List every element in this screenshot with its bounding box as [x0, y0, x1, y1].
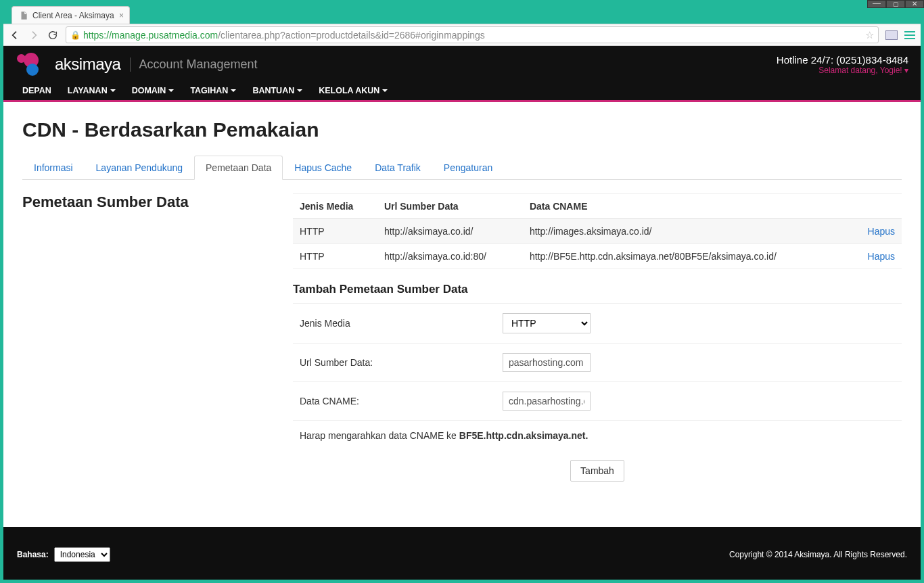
section-heading: Pemetaan Sumber Data [22, 193, 279, 211]
extension-icon[interactable] [885, 30, 898, 40]
field-media-label: Jenis Media [293, 304, 496, 344]
forward-button[interactable] [28, 29, 40, 41]
reload-button[interactable] [47, 29, 59, 41]
tab-layanan-pendukung[interactable]: Layanan Pendukung [85, 156, 194, 180]
caret-down-icon [382, 89, 388, 92]
site-header: aksimaya Account Management Hotline 24/7… [3, 46, 921, 81]
tab-informasi[interactable]: Informasi [22, 156, 85, 180]
lang-label: Bahasa: [17, 550, 49, 559]
form-title: Tambah Pemetaan Sumber Data [293, 283, 902, 296]
browser-tabstrip: Client Area - Aksimaya × [3, 3, 921, 24]
welcome-user[interactable]: Selamat datang, Yogie! ▾ [777, 66, 908, 75]
nav-tagihan[interactable]: TAGIHAN [182, 81, 244, 100]
cell-media: HTTP [293, 219, 377, 244]
field-cname-label: Data CNAME: [293, 382, 496, 421]
maximize-button[interactable]: ▢ [886, 0, 905, 8]
address-bar[interactable]: 🔒 https://manage.pusatmedia.com/clientar… [66, 26, 879, 43]
delete-link[interactable]: Hapus [868, 226, 895, 237]
cell-url: http://aksimaya.co.id/ [377, 219, 523, 244]
os-window-controls: — ▢ ✕ [867, 0, 924, 8]
brand-name: aksimaya [55, 55, 120, 74]
cell-media: HTTP [293, 244, 377, 269]
nav-depan[interactable]: DEPAN [14, 81, 60, 100]
delete-link[interactable]: Hapus [868, 251, 895, 262]
table-row: HTTPhttp://aksimaya.co.id/http://images.… [293, 219, 902, 244]
browser-tab[interactable]: Client Area - Aksimaya × [11, 6, 130, 24]
hotline-text: Hotline 24/7: (0251)834-8484 [777, 54, 908, 66]
col-header: Url Sumber Data [377, 194, 523, 219]
cname-input[interactable] [503, 392, 591, 411]
content-tabs: InformasiLayanan PendukungPemetaan DataH… [22, 155, 902, 180]
field-url-label: Url Sumber Data: [293, 344, 496, 382]
nav-kelola akun[interactable]: KELOLA AKUN [310, 81, 396, 100]
minimize-button[interactable]: — [867, 0, 886, 8]
tab-pengaturan[interactable]: Pengaturan [432, 156, 504, 180]
mapping-form: Jenis Media HTTP Url Sumber Data: Data C… [293, 303, 902, 420]
browser-window: Client Area - Aksimaya × 🔒 https://manag… [3, 3, 921, 580]
nav-domain[interactable]: DOMAIN [124, 81, 183, 100]
submit-button[interactable]: Tambah [570, 460, 624, 482]
cell-url: http://aksimaya.co.id:80/ [377, 244, 523, 269]
nav-layanan[interactable]: LAYANAN [60, 81, 124, 100]
logo-icon [16, 53, 47, 76]
url-path: /clientarea.php?action=productdetails&id… [218, 30, 485, 41]
cname-instruction: Harap mengarahkan data CNAME ke BF5E.htt… [293, 420, 902, 446]
page-title: CDN - Berdasarkan Pemakaian [22, 118, 902, 141]
caret-down-icon [110, 89, 116, 92]
logo-area: aksimaya Account Management [16, 53, 257, 76]
caret-down-icon [168, 89, 174, 92]
caret-down-icon [297, 89, 302, 92]
tab-title: Client Area - Aksimaya [32, 11, 114, 20]
browser-toolbar: 🔒 https://manage.pusatmedia.com/clientar… [3, 24, 921, 46]
cell-cname: http://images.aksimaya.co.id/ [523, 219, 850, 244]
media-select[interactable]: HTTP [503, 313, 591, 333]
col-header [850, 194, 902, 219]
language-select[interactable]: Indonesia [54, 547, 110, 562]
main-nav: DEPANLAYANAN DOMAIN TAGIHAN BANTUAN KELO… [3, 81, 921, 102]
close-window-button[interactable]: ✕ [905, 0, 924, 8]
tab-pemetaan-data[interactable]: Pemetaan Data [194, 156, 283, 180]
brand-subtitle: Account Management [130, 57, 257, 72]
close-icon[interactable]: × [119, 11, 124, 20]
cell-cname: http://BF5E.http.cdn.aksimaya.net/80BF5E… [523, 244, 850, 269]
browser-menu-icon[interactable] [904, 31, 915, 39]
header-right: Hotline 24/7: (0251)834-8484 Selamat dat… [777, 54, 908, 75]
lock-icon: 🔒 [70, 30, 80, 40]
url-host: https://manage.pusatmedia.com [83, 30, 218, 41]
back-button[interactable] [9, 29, 21, 41]
caret-down-icon [231, 89, 236, 92]
bookmark-star-icon[interactable]: ☆ [865, 29, 874, 41]
site-footer: Bahasa: Indonesia Copyright © 2014 Aksim… [3, 527, 921, 580]
content-area: CDN - Berdasarkan Pemakaian InformasiLay… [3, 102, 921, 527]
col-header: Jenis Media [293, 194, 377, 219]
tab-data-trafik[interactable]: Data Trafik [363, 156, 432, 180]
tab-hapus-cache[interactable]: Hapus Cache [283, 156, 363, 180]
col-header: Data CNAME [523, 194, 850, 219]
page: aksimaya Account Management Hotline 24/7… [3, 46, 921, 580]
mapping-table: Jenis MediaUrl Sumber DataData CNAME HTT… [293, 193, 902, 269]
url-input[interactable] [503, 353, 591, 372]
nav-bantuan[interactable]: BANTUAN [244, 81, 310, 100]
copyright: Copyright © 2014 Aksimaya. All Rights Re… [729, 550, 907, 559]
page-icon [19, 11, 28, 20]
table-row: HTTPhttp://aksimaya.co.id:80/http://BF5E… [293, 244, 902, 269]
